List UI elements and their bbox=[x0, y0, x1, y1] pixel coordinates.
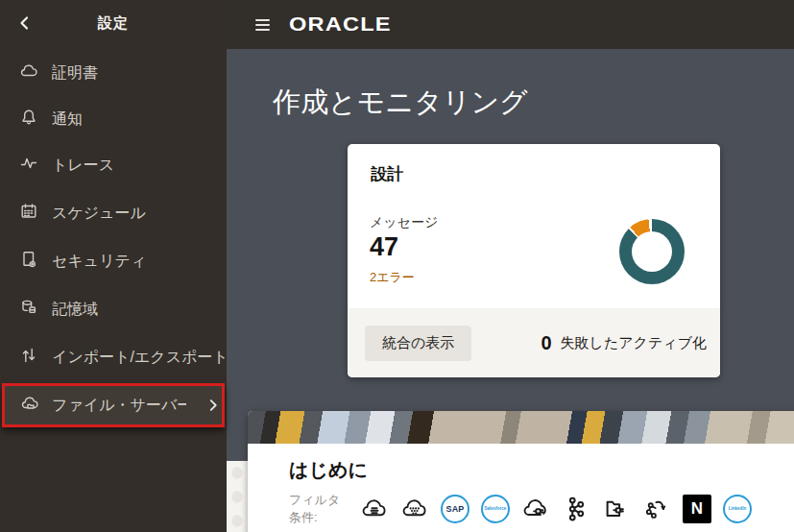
sidebar-item-import-export[interactable]: インポート/エクスポート bbox=[0, 334, 227, 380]
netsuite-icon[interactable]: N bbox=[683, 495, 711, 523]
sidebar-item-notifications[interactable]: 通知 bbox=[0, 96, 227, 142]
topbar: ORACLE bbox=[227, 0, 794, 49]
sidebar-item-label: 通知 bbox=[52, 109, 83, 130]
cloud-stack-icon[interactable] bbox=[360, 495, 389, 523]
filter-label: フィルタ条件: bbox=[289, 492, 349, 525]
cloud-plug-icon[interactable] bbox=[521, 495, 550, 523]
app-window: 設定 証明書 通知 トレース スケジュール bbox=[0, 0, 794, 532]
sidebar-item-schedule[interactable]: スケジュール bbox=[0, 190, 227, 236]
certificate-cloud-icon bbox=[19, 61, 38, 85]
linkedin-icon[interactable]: LinkedIn bbox=[723, 495, 752, 523]
folder-plug-icon[interactable] bbox=[602, 495, 631, 523]
sidebar-title: 設定 bbox=[0, 14, 227, 33]
design-card-footer: 統合の表示 0 失敗したアクティブ化 bbox=[348, 308, 720, 377]
sidebar-header: 設定 bbox=[0, 0, 227, 48]
import-export-arrows-icon bbox=[19, 346, 38, 369]
oracle-logo: ORACLE bbox=[289, 13, 392, 36]
cloud-dots-icon[interactable] bbox=[400, 495, 429, 523]
kafka-icon[interactable] bbox=[562, 495, 590, 523]
decorative-banner bbox=[248, 411, 794, 444]
calendar-icon bbox=[19, 202, 38, 225]
page-title: 作成とモニタリング bbox=[273, 84, 528, 122]
messages-label: メッセージ bbox=[370, 214, 438, 231]
design-card: 設計 メッセージ 47 2エラー 統合の表示 0 失敗したアクティブ化 bbox=[348, 144, 720, 377]
design-card-title: 設計 bbox=[371, 163, 403, 185]
storage-database-icon bbox=[19, 298, 38, 321]
trace-pulse-icon bbox=[19, 154, 38, 177]
messages-count: 47 bbox=[370, 232, 398, 262]
sidebar-item-storage[interactable]: 記憶域 bbox=[0, 286, 227, 332]
errors-link[interactable]: 2エラー bbox=[370, 269, 415, 286]
salesforce-icon[interactable]: Salesforce bbox=[481, 495, 510, 523]
sidebar-item-label: インポート/エクスポート bbox=[52, 348, 227, 368]
view-integrations-button[interactable]: 統合の表示 bbox=[365, 326, 471, 361]
sidebar-item-label: 記憶域 bbox=[52, 300, 98, 320]
sidebar-item-label: ファイル・サーバー bbox=[52, 396, 186, 416]
failed-activations: 0 失敗したアクティブ化 bbox=[541, 332, 707, 354]
sidebar-item-certificates[interactable]: 証明書 bbox=[0, 50, 227, 96]
flow-arrow-icon[interactable] bbox=[642, 495, 671, 523]
bell-icon bbox=[19, 108, 38, 131]
settings-sidebar: 設定 証明書 通知 トレース スケジュール bbox=[0, 0, 227, 532]
security-document-icon bbox=[19, 250, 38, 273]
sidebar-item-label: スケジュール bbox=[52, 204, 146, 224]
sidebar-item-label: 証明書 bbox=[52, 63, 98, 84]
sidebar-item-label: トレース bbox=[52, 156, 114, 176]
failed-activations-label: 失敗したアクティブ化 bbox=[561, 334, 707, 352]
chevron-right-icon bbox=[205, 397, 222, 414]
sidebar-item-file-server[interactable]: ファイル・サーバー bbox=[2, 383, 225, 427]
getting-started-card: はじめに フィルタ条件: SAP Salesforce bbox=[248, 411, 794, 532]
main-content: 作成とモニタリング 設計 メッセージ 47 2エラー 統合の表示 0 失敗したア… bbox=[227, 49, 794, 532]
sidebar-item-label: セキュリティ bbox=[52, 252, 146, 272]
messages-donut-chart bbox=[619, 219, 685, 284]
getting-started-title: はじめに bbox=[289, 457, 794, 483]
adapter-filter-row: フィルタ条件: SAP Salesforce bbox=[289, 492, 794, 525]
sap-icon[interactable]: SAP bbox=[441, 495, 469, 523]
failed-activations-count: 0 bbox=[541, 332, 551, 354]
file-server-cloud-icon bbox=[20, 394, 39, 417]
hamburger-menu-icon[interactable] bbox=[255, 19, 270, 31]
sidebar-item-trace[interactable]: トレース bbox=[0, 142, 227, 188]
sidebar-item-security[interactable]: セキュリティ bbox=[0, 238, 227, 284]
